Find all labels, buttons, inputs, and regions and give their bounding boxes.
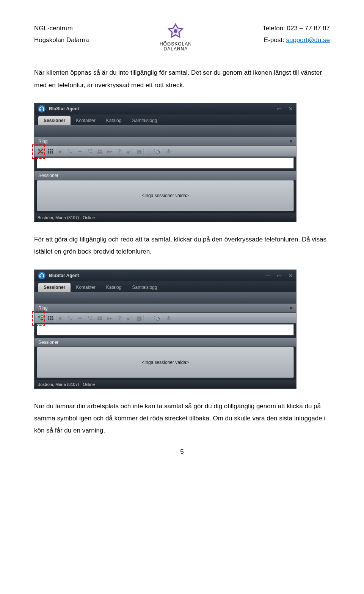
record-icon[interactable]: ● <box>55 147 65 155</box>
dial-input[interactable] <box>37 157 294 169</box>
svg-rect-9 <box>50 150 51 152</box>
app-title-2: BluStar Agent <box>49 273 266 278</box>
record-icon-2[interactable]: ● <box>55 314 65 322</box>
svg-rect-12 <box>50 152 51 154</box>
conference-icon[interactable] <box>95 147 104 155</box>
tab-sessioner-2[interactable]: Sessioner <box>38 283 71 292</box>
logo-text: HÖGSKOLAN DALARNA <box>160 42 192 52</box>
ring-close-icon-2[interactable]: × <box>290 306 292 311</box>
call-icon-2[interactable] <box>65 314 75 322</box>
svg-rect-28 <box>52 317 53 318</box>
svg-rect-25 <box>52 316 53 317</box>
body-paragraph-2: För att göra dig tillgänglig och redo at… <box>34 234 330 258</box>
svg-point-33 <box>100 316 102 318</box>
tab-samtalslogg[interactable]: Samtalslogg <box>127 116 162 125</box>
dial-input-2[interactable] <box>37 324 294 335</box>
app-title: BluStar Agent <box>49 106 266 111</box>
svg-rect-31 <box>52 319 53 320</box>
svg-rect-20 <box>39 276 41 277</box>
speaker-icon[interactable]: 🔊 <box>154 147 163 155</box>
dialpad-icon[interactable] <box>46 147 55 155</box>
minimize-icon-2[interactable]: ─ <box>266 273 270 279</box>
ring-label: Ring <box>38 139 48 144</box>
tab-katalog[interactable]: Katalog <box>101 116 127 125</box>
tabs-row-2: Sessioner Kontakter Katalog Samtalslogg <box>35 281 296 292</box>
ring-toolbar-2: ● ▸▸ ? ▦ ⋮⋮⋮ 🔊 <box>35 313 296 323</box>
svg-rect-11 <box>48 152 49 154</box>
header-right: Telefon: 023 – 77 87 87 E-post: support@… <box>262 23 330 46</box>
svg-point-19 <box>38 272 46 279</box>
svg-rect-8 <box>48 150 49 152</box>
body-paragraph-1: När klienten öppnas så är du inte tillgä… <box>34 67 330 91</box>
document-header: NGL-centrum Högskolan Dalarna HÖGSKOLAN … <box>34 23 330 52</box>
conference-icon-2[interactable] <box>95 314 104 322</box>
sessions-label: Sessioner <box>38 173 58 178</box>
resize-grip-icon-2[interactable]: ⋰ <box>289 382 293 386</box>
maximize-icon-2[interactable]: ▭ <box>277 273 282 279</box>
header-left: NGL-centrum Högskolan Dalarna <box>34 23 89 46</box>
ring-section-header-2: Ring × <box>35 304 296 313</box>
dialpad-icon-2[interactable] <box>46 314 55 322</box>
svg-point-16 <box>127 151 129 154</box>
app-grid-icon[interactable]: ⋮⋮⋮ <box>144 147 154 155</box>
tab-samtalslogg-2[interactable]: Samtalslogg <box>127 283 162 292</box>
speaker-icon-2[interactable]: 🔊 <box>154 314 163 322</box>
hangup-icon-2[interactable] <box>75 314 85 322</box>
svg-point-0 <box>174 29 177 33</box>
status-bar: Boström, Maria (8107) - Online ⋰ <box>35 213 296 222</box>
maximize-icon[interactable]: ▭ <box>277 106 282 112</box>
transfer-icon[interactable] <box>85 147 94 155</box>
svg-rect-26 <box>48 317 49 318</box>
sessions-empty-2: <Inga sessioner valda> <box>37 347 294 378</box>
tab-kontakter-2[interactable]: Kontakter <box>71 283 100 292</box>
svg-point-15 <box>100 149 102 151</box>
sessions-empty-text: <Inga sessioner valda> <box>142 193 189 198</box>
close-icon-2[interactable]: ✕ <box>289 273 293 279</box>
status-bar-2: Boström, Maria (8107) - Online ⋰ <box>35 380 296 389</box>
app-grid-icon-2[interactable]: ⋮⋮⋮ <box>144 314 154 322</box>
close-icon[interactable]: ✕ <box>289 106 293 112</box>
svg-rect-17 <box>168 149 169 152</box>
forward-icon[interactable]: ▸▸ <box>105 147 114 155</box>
phone-availability-toggle[interactable] <box>36 147 45 155</box>
app-icon <box>38 105 46 113</box>
support-email-link[interactable]: support@du.se <box>286 36 330 44</box>
tab-sessioner[interactable]: Sessioner <box>38 116 71 125</box>
help-icon-2[interactable]: ? <box>115 314 124 322</box>
panel-spacer <box>35 125 296 137</box>
call-icon[interactable] <box>65 147 75 155</box>
forward-icon-2[interactable]: ▸▸ <box>105 314 114 322</box>
panel-spacer-2 <box>35 292 296 304</box>
svg-rect-2 <box>39 109 41 111</box>
sessions-empty: <Inga sessioner valda> <box>37 180 294 211</box>
svg-rect-27 <box>50 317 51 318</box>
svg-rect-6 <box>50 149 51 150</box>
help-icon[interactable]: ? <box>115 147 124 155</box>
mic-icon-2[interactable] <box>164 314 173 322</box>
app-icon-2 <box>38 271 46 280</box>
ring-label-2: Ring <box>38 306 48 311</box>
ring-toolbar: ● ▸▸ ? ▦ ⋮⋮⋮ 🔊 <box>35 146 296 157</box>
mic-icon[interactable] <box>164 147 173 155</box>
tab-katalog-2[interactable]: Katalog <box>101 283 127 292</box>
phone-availability-toggle-2[interactable] <box>36 314 45 322</box>
header-logo-block: HÖGSKOLAN DALARNA <box>160 23 192 52</box>
blustar-window: BluStar Agent ─ ▭ ✕ Sessioner Kontakter … <box>34 103 297 222</box>
sessions-label-2: Sessioner <box>38 340 58 345</box>
minimize-icon[interactable]: ─ <box>266 106 270 112</box>
body-paragraph-3: När du lämnar din arbetsplats och inte k… <box>34 400 330 437</box>
tab-kontakter[interactable]: Kontakter <box>71 116 100 125</box>
sessions-section-header: Sessioner <box>35 171 296 180</box>
settings-icon[interactable] <box>124 147 134 155</box>
screenshot-1: BluStar Agent ─ ▭ ✕ Sessioner Kontakter … <box>34 103 330 222</box>
svg-point-1 <box>38 105 46 113</box>
sessions-section-header-2: Sessioner <box>35 338 296 347</box>
resize-grip-icon[interactable]: ⋰ <box>289 215 293 219</box>
ring-close-icon[interactable]: × <box>290 139 292 144</box>
transfer-icon-2[interactable] <box>85 314 94 322</box>
blustar-window-2: BluStar Agent ─ ▭ ✕ Sessioner Kontakter … <box>34 270 297 389</box>
hangup-icon[interactable] <box>75 147 85 155</box>
settings-icon-2[interactable] <box>124 314 134 322</box>
status-text: Boström, Maria (8107) - Online <box>38 215 95 220</box>
svg-rect-21 <box>43 276 44 277</box>
